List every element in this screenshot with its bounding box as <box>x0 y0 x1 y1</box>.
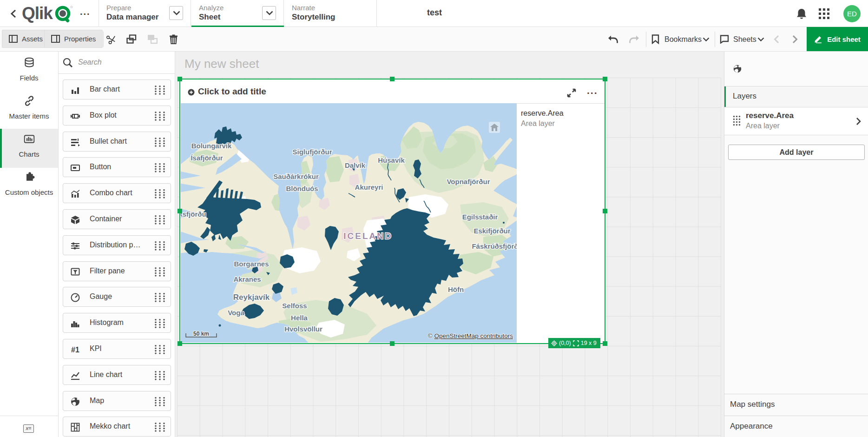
svg-text:#1: #1 <box>71 346 79 354</box>
